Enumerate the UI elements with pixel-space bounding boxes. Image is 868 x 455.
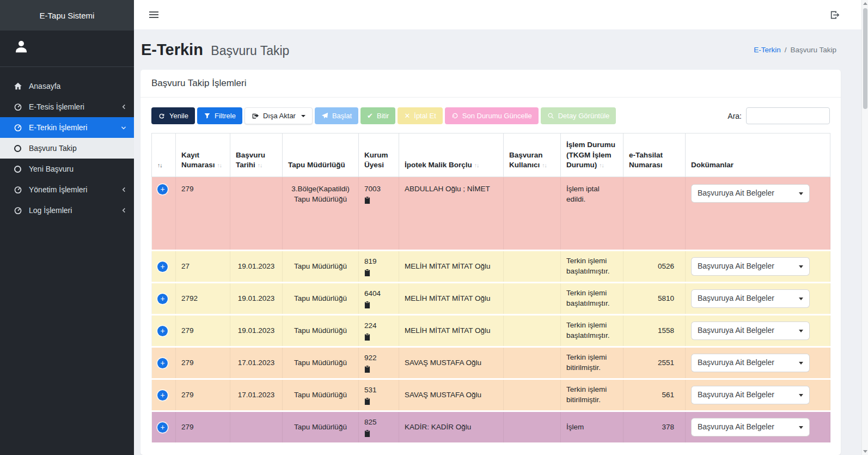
- cell-islem-durumu: Terkin işlemi başlatılmıştır.: [561, 315, 624, 347]
- column-header-islem-durumu[interactable]: İşlem Durumu (TKGM İşlem Durumu)↑↓: [561, 134, 624, 177]
- column-header-basvuran-kullanici[interactable]: Başvuran Kullanıcı↑↓: [504, 134, 561, 177]
- expand-row-button[interactable]: +: [157, 262, 168, 272]
- scroll-down-arrow-icon[interactable]: [863, 450, 867, 453]
- clipboard-icon[interactable]: [364, 301, 370, 308]
- filtrele-button[interactable]: Filtrele: [197, 107, 242, 124]
- column-header-ipotek-malik-borclu[interactable]: İpotek Malik Borçlu↑↓: [399, 134, 504, 177]
- iptal-et-button[interactable]: ✕ İptal Et: [398, 107, 442, 124]
- table-row: + 279 Tapu Müdürlüğü 825 KADİR: KADİR Oğ…: [152, 411, 830, 444]
- cell-kurum-uyesi: 922: [359, 347, 399, 379]
- cell-basvuru-tarihi: 17.01.2023: [230, 379, 283, 411]
- documents-select[interactable]: Başvuruya Ait Belgeler: [691, 289, 810, 308]
- cell-e-tahsilat-numarasi: 5810: [624, 283, 686, 315]
- window-scrollbar[interactable]: [861, 0, 868, 455]
- sign-out-icon: [829, 10, 840, 20]
- cell-kayit-numarasi: 279: [176, 411, 230, 444]
- cell-kurum-uyesi: 7003: [359, 177, 399, 251]
- sidebar-item-label: Başvuru Takip: [29, 144, 77, 153]
- sidebar-toggle-button[interactable]: [147, 9, 161, 20]
- sidebar-item-log-islemleri[interactable]: Log İşlemleri: [0, 200, 134, 221]
- cell-kurum-uyesi: 825: [359, 411, 399, 444]
- expand-row-button[interactable]: +: [157, 422, 168, 433]
- sidebar-item-label: Yeni Başvuru: [29, 165, 74, 173]
- search-input[interactable]: [746, 107, 830, 124]
- circle-icon: [13, 165, 22, 174]
- sort-icons: ↑↓: [217, 162, 222, 168]
- gauge-icon: [13, 206, 22, 215]
- sidebar-item-label: E-Tesis İşlemleri: [29, 102, 84, 111]
- cell-e-tahsilat-numarasi: 2551: [624, 347, 686, 379]
- documents-select[interactable]: Başvuruya Ait Belgeler: [691, 386, 810, 404]
- cell-kayit-numarasi: 2792: [176, 283, 230, 315]
- yenile-button[interactable]: Yenile: [151, 107, 195, 124]
- column-header-expand[interactable]: ↑↓: [152, 134, 176, 177]
- sidebar-brand[interactable]: E-Tapu Sistemi: [0, 0, 134, 31]
- cell-e-tahsilat-numarasi: 0526: [624, 251, 686, 283]
- documents-select[interactable]: Başvuruya Ait Belgeler: [691, 354, 810, 372]
- clipboard-icon[interactable]: [364, 197, 370, 204]
- expand-row-button[interactable]: +: [157, 390, 168, 401]
- disa-aktar-button[interactable]: Dışa Aktar: [244, 107, 313, 124]
- breadcrumb-parent-link[interactable]: E-Terkin: [754, 46, 781, 54]
- cell-ipotek-malik-borclu: MELİH MİTAT MİTAT Oğlu: [399, 315, 504, 347]
- sidebar-item-anasayfa[interactable]: Anasayfa: [0, 76, 134, 96]
- cell-islem-durumu: Terkin işlemi başlatılmıştır.: [561, 283, 624, 315]
- expand-row-button[interactable]: +: [157, 184, 168, 195]
- toolbar: Yenile Filtrele Dışa Aktar: [151, 98, 830, 133]
- detay-goruntule-button[interactable]: Detay Görüntüle: [541, 107, 616, 124]
- scroll-up-arrow-icon[interactable]: [863, 2, 867, 5]
- cell-expand: +: [152, 177, 176, 251]
- app-title: E-Tapu Sistemi: [40, 11, 95, 20]
- clipboard-icon[interactable]: [364, 333, 370, 341]
- sidebar-item-basvuru-takip[interactable]: Başvuru Takip: [0, 138, 134, 159]
- search-label: Ara:: [728, 112, 742, 120]
- sidebar-item-yeni-basvuru[interactable]: Yeni Başvuru: [0, 159, 134, 179]
- chevron-down-icon: [799, 192, 803, 195]
- cell-dokumanlar: Başvuruya Ait Belgeler: [686, 177, 830, 251]
- son-durumu-guncelle-button[interactable]: Son Durumu Güncelle: [445, 107, 539, 124]
- sidebar-item-yonetim-islemleri[interactable]: Yönetim İşlemleri: [0, 179, 134, 200]
- gauge-icon: [13, 185, 22, 195]
- clipboard-icon[interactable]: [364, 269, 370, 276]
- main-area: E-Terkin Başvuru Takip E-Terkin / Başvur…: [134, 0, 868, 455]
- cell-expand: +: [152, 411, 176, 444]
- expand-row-button[interactable]: +: [157, 358, 168, 368]
- baslat-button[interactable]: Başlat: [315, 107, 358, 124]
- cell-islem-durumu: İşlem: [561, 411, 624, 444]
- cell-dokumanlar: Başvuruya Ait Belgeler: [686, 347, 830, 379]
- table-row: + 279 17.01.2023 Tapu Müdürlüğü 531 SAVA…: [152, 379, 830, 411]
- documents-select[interactable]: Başvuruya Ait Belgeler: [691, 418, 810, 436]
- cell-tapu-mudurlugu: 3.Bölge(Kapatildi) Tapu Müdürlüğü: [283, 177, 359, 251]
- page-title: E-Terkin: [141, 41, 203, 58]
- scrollbar-thumb[interactable]: [863, 8, 867, 109]
- cell-dokumanlar: Başvuruya Ait Belgeler: [686, 315, 830, 347]
- home-icon: [13, 82, 22, 91]
- sort-icons: ↑↓: [599, 162, 604, 168]
- user-avatar-icon: [13, 38, 29, 54]
- documents-select[interactable]: Başvuruya Ait Belgeler: [691, 184, 810, 203]
- gauge-icon: [13, 123, 22, 132]
- column-header-basvuru-tarihi[interactable]: Başvuru Tarihi↑↓: [230, 134, 283, 177]
- sort-icons: ↑↓: [258, 162, 262, 168]
- clipboard-icon[interactable]: [364, 366, 370, 373]
- clipboard-icon[interactable]: [364, 398, 370, 405]
- logout-button[interactable]: [829, 10, 840, 20]
- documents-select[interactable]: Başvuruya Ait Belgeler: [691, 321, 810, 340]
- sidebar-item-e-tesis-islemleri[interactable]: E-Tesis İşlemleri: [0, 96, 134, 117]
- expand-row-button[interactable]: +: [157, 294, 168, 304]
- documents-select[interactable]: Başvuruya Ait Belgeler: [691, 257, 810, 276]
- cell-kayit-numarasi: 279: [176, 315, 230, 347]
- cell-ipotek-malik-borclu: SAVAŞ MUSTAFA Oğlu: [399, 347, 504, 379]
- breadcrumb-current: Başvuru Takip: [790, 46, 836, 54]
- clipboard-icon[interactable]: [364, 430, 370, 437]
- topbar: [134, 0, 868, 29]
- sidebar-item-e-terkin-islemleri[interactable]: E-Terkin İşlemleri: [0, 117, 134, 138]
- column-header-kayit-numarasi[interactable]: Kayıt Numarası↑↓: [176, 134, 230, 177]
- expand-row-button[interactable]: +: [157, 326, 168, 336]
- chevron-down-icon: [799, 394, 803, 397]
- sidebar-menu: Anasayfa E-Tesis İşlemleri E-Terkin İşle…: [0, 67, 134, 221]
- cell-e-tahsilat-numarasi: [624, 177, 686, 251]
- cell-islem-durumu: Terkin işlemi başlatılmıştır.: [561, 251, 624, 283]
- bitir-button[interactable]: ✔ Bitir: [360, 107, 395, 124]
- page-subtitle: Başvuru Takip: [211, 44, 289, 58]
